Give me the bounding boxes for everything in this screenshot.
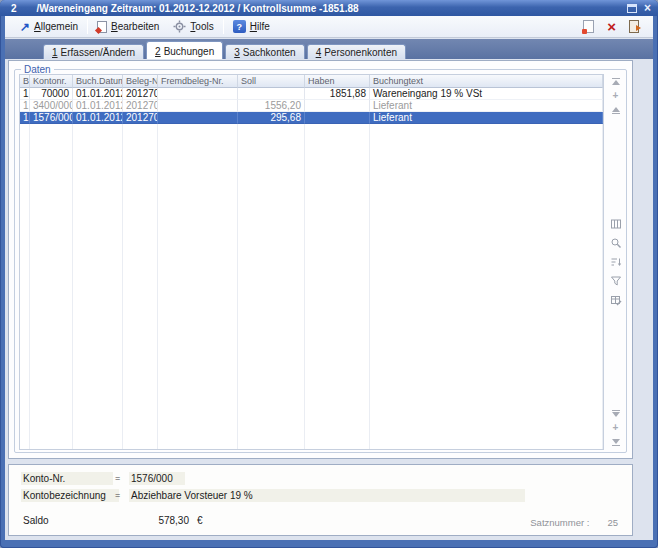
column-header-haben[interactable]: Haben xyxy=(305,75,370,88)
toolbar-separator xyxy=(223,19,224,34)
cell-belegnr[interactable]: 20127001 xyxy=(123,88,158,100)
scroll-last-icon[interactable] xyxy=(612,439,620,446)
kontobezeichnung-value: Abziehbare Vorsteuer 19 % xyxy=(129,489,525,502)
cell-buchdatum[interactable]: 01.01.2012 xyxy=(73,100,123,112)
tab-band: 1Erfassen/Ändern 2Buchungen 3Sachkonten … xyxy=(5,39,653,59)
menu-label: Allgemein xyxy=(34,21,78,32)
app-window: 2 /Wareneingang Zeitraum: 01.2012-12.201… xyxy=(0,0,658,548)
menu-tools[interactable]: Tools xyxy=(166,18,220,35)
empty-grid-cell xyxy=(238,124,305,449)
column-header-belegnr[interactable]: Beleg-Nr. xyxy=(123,75,158,88)
empty-grid-cell xyxy=(305,124,370,449)
satznummer-label: Satznummer : xyxy=(530,517,589,528)
column-header-kontonr[interactable]: Kontonr. xyxy=(30,75,73,88)
column-header-buchungtext[interactable]: Buchungtext xyxy=(370,75,603,88)
cancel-icon[interactable]: × xyxy=(607,21,616,33)
insert-row-icon[interactable]: + xyxy=(613,92,619,100)
column-header-fremdbelegnr[interactable]: Fremdbeleg-Nr. xyxy=(158,75,238,88)
cell-buchungtext[interactable]: Lieferant xyxy=(370,100,603,112)
cell-fremdbelegnr[interactable] xyxy=(158,100,238,112)
empty-grid-cell xyxy=(73,124,123,449)
tab-label: 4Personenkonten xyxy=(316,47,397,58)
window-body: ↗ Allgemein Bearbeiten Tools xyxy=(5,16,653,540)
append-row-icon[interactable]: + xyxy=(613,424,619,432)
grid-side-toolbar: + xyxy=(606,74,625,450)
empty-grid-cell xyxy=(20,124,30,449)
sort-icon[interactable] xyxy=(610,256,622,268)
konto-nr-value: 1576/000 xyxy=(129,472,185,485)
toolbar-separator xyxy=(87,19,88,34)
cell-b[interactable]: 1 xyxy=(20,112,30,124)
columns-icon[interactable] xyxy=(610,218,622,230)
cell-soll[interactable] xyxy=(238,88,305,100)
empty-grid-cell xyxy=(123,124,158,449)
cell-b[interactable]: 1 xyxy=(20,88,30,100)
arrow-up-right-icon: ↗ xyxy=(20,22,30,32)
cell-haben[interactable] xyxy=(305,112,370,124)
window-title: /Wareneingang Zeitraum: 01.2012-12.2012 … xyxy=(37,3,359,14)
daten-groupbox: Daten B Kontonr. Buch.Datum Beleg-Nr. Fr… xyxy=(14,69,627,453)
grid-settings-icon[interactable] xyxy=(610,294,622,306)
delete-document-icon[interactable] xyxy=(583,20,594,33)
cell-kontonr[interactable]: 70000 xyxy=(30,88,73,100)
tab-label: 2Buchungen xyxy=(155,46,214,57)
menu-hilfe[interactable]: ? Hilfe xyxy=(226,18,277,35)
menu-label: Hilfe xyxy=(250,21,270,32)
cell-kontonr[interactable]: 3400/000 xyxy=(30,100,73,112)
filter-icon[interactable] xyxy=(610,275,622,287)
cell-haben[interactable]: 1851,88 xyxy=(305,88,370,100)
cell-soll[interactable]: 1556,20 xyxy=(238,100,305,112)
restore-icon[interactable] xyxy=(627,4,637,13)
close-icon[interactable]: × xyxy=(644,3,651,13)
cell-haben[interactable] xyxy=(305,100,370,112)
cell-buchdatum[interactable]: 01.01.2012 xyxy=(73,88,123,100)
satznummer: Satznummer : 25 xyxy=(530,517,618,528)
scroll-first-icon[interactable] xyxy=(612,78,620,85)
cell-buchdatum[interactable]: 01.01.2012 xyxy=(73,112,123,124)
cell-buchungtext[interactable]: Wareneingang 19 % VSt xyxy=(370,88,603,100)
menu-bar: ↗ Allgemein Bearbeiten Tools xyxy=(5,16,653,38)
column-header-b[interactable]: B xyxy=(20,75,30,88)
gear-icon xyxy=(173,20,186,33)
scroll-down-icon[interactable] xyxy=(612,410,620,417)
window-id: 2 xyxy=(11,3,17,14)
cell-buchungtext[interactable]: Lieferant xyxy=(370,112,603,124)
empty-grid-cell xyxy=(158,124,238,449)
saldo-value: 578,30 xyxy=(127,515,189,526)
cell-fremdbelegnr[interactable] xyxy=(158,112,238,124)
menu-label: Bearbeiten xyxy=(111,21,159,32)
cell-belegnr[interactable]: 20127001 xyxy=(123,100,158,112)
help-icon: ? xyxy=(233,20,246,33)
column-header-buchdatum[interactable]: Buch.Datum xyxy=(73,75,123,88)
cell-kontonr[interactable]: 1576/000 xyxy=(30,112,73,124)
tab-label: 1Erfassen/Ändern xyxy=(52,47,135,58)
cell-soll[interactable]: 295,68 xyxy=(238,112,305,124)
tab-personenkonten[interactable]: 4Personenkonten xyxy=(307,44,406,59)
menu-label: Tools xyxy=(190,21,213,32)
cell-belegnr[interactable]: 20127001 xyxy=(123,112,158,124)
scroll-up-icon[interactable] xyxy=(612,107,620,114)
satznummer-value: 25 xyxy=(607,517,618,528)
empty-grid-cell xyxy=(370,124,603,449)
menu-allgemein[interactable]: ↗ Allgemein xyxy=(13,19,85,34)
tab-sachkonten[interactable]: 3Sachkonten xyxy=(225,44,304,59)
tab-erfassen-aendern[interactable]: 1Erfassen/Ändern xyxy=(43,44,144,59)
main-panel: Daten B Kontonr. Buch.Datum Beleg-Nr. Fr… xyxy=(8,60,633,459)
saldo-label: Saldo xyxy=(23,515,49,526)
exit-icon[interactable] xyxy=(629,20,639,33)
title-bar[interactable]: 2 /Wareneingang Zeitraum: 01.2012-12.201… xyxy=(0,0,658,16)
konto-nr-label: Konto-Nr. xyxy=(21,472,113,485)
menu-bearbeiten[interactable]: Bearbeiten xyxy=(90,19,166,35)
equals-sign: = xyxy=(115,472,120,485)
cell-b[interactable]: 1 xyxy=(20,100,30,112)
cell-fremdbelegnr[interactable] xyxy=(158,88,238,100)
search-icon[interactable] xyxy=(610,237,622,249)
detail-panel: Konto-Nr. = 1576/000 Kontobezeichnung = … xyxy=(8,464,633,536)
tab-buchungen[interactable]: 2Buchungen xyxy=(146,41,223,59)
column-header-soll[interactable]: Soll xyxy=(238,75,305,88)
empty-grid-cell xyxy=(30,124,73,449)
edit-page-icon xyxy=(97,21,107,33)
bookings-table: B Kontonr. Buch.Datum Beleg-Nr. Fremdbel… xyxy=(19,74,604,450)
tab-label: 3Sachkonten xyxy=(234,47,295,58)
currency-symbol: € xyxy=(197,515,203,526)
